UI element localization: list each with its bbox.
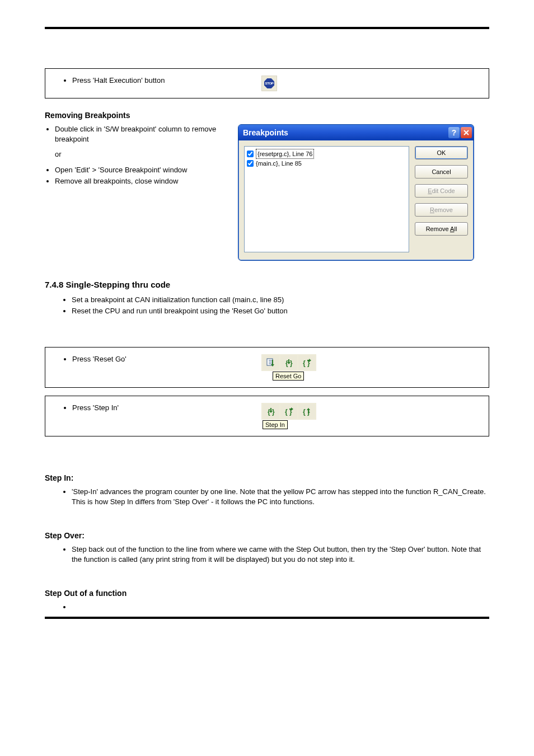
step-in-tooltip: Step In	[263, 420, 288, 429]
step-over-toolbar-button[interactable]: { }	[280, 403, 298, 419]
step-out-icon: { }	[302, 406, 312, 416]
breakpoints-list[interactable]: {resetprg.c}, Line 76 {main.c}, Line 85	[244, 146, 409, 252]
dialog-titlebar: Breakpoints ?	[238, 125, 474, 140]
step-over-heading: Step Over:	[45, 531, 489, 540]
breakpoint-item[interactable]: {resetprg.c}, Line 76	[247, 149, 406, 159]
remove-button[interactable]: Remove	[415, 203, 468, 217]
section-7-4-8-title: 7.4.8 Single-Stepping thru code	[45, 280, 489, 289]
step-in-heading: Step In:	[45, 473, 489, 482]
step-out-heading: Step Out of a function	[45, 589, 489, 598]
toolbar-strip: { } { } { }	[261, 403, 316, 420]
close-button[interactable]	[461, 127, 472, 138]
breakpoint-item-label: {resetprg.c}, Line 76	[256, 149, 314, 159]
breakpoint-item[interactable]: {main.c}, Line 85	[247, 159, 406, 168]
step-in-item: Press 'Step In'	[72, 403, 252, 413]
reset-go-item: Press 'Reset Go'	[72, 354, 252, 364]
step-in-toolbar-button[interactable]: { }	[262, 403, 280, 419]
step-in-toolbar-button[interactable]: { }	[280, 355, 298, 370]
reset-go-tooltip: Reset Go	[273, 372, 304, 381]
reset-go-row: Press 'Reset Go' { }	[45, 347, 489, 388]
step-in-icon: { }	[266, 406, 276, 416]
dialog-title: Breakpoints	[243, 128, 288, 137]
toolbar-strip: { } { }	[261, 354, 316, 371]
step-intro-b: Reset the CPU and run until breakpoint u…	[72, 306, 489, 316]
remove-bp-bullet-3: Remove all breakpoints, close window	[55, 176, 238, 186]
stop-icon: STOP	[264, 78, 274, 88]
remove-bp-bullet-1: Double click in 'S/W breakpoint' column …	[55, 124, 238, 144]
breakpoint-checkbox[interactable]	[247, 151, 254, 157]
remove-all-button[interactable]: Remove All	[415, 222, 468, 236]
step-in-body: 'Step-In' advances the program counter b…	[72, 487, 489, 506]
step-in-icon: { }	[284, 358, 294, 368]
remove-bp-bullet-2: Open 'Edit' > 'Source Breakpoint' window	[55, 165, 238, 175]
cancel-button[interactable]: Cancel	[415, 165, 468, 179]
step-out-toolbar-button[interactable]: { }	[298, 403, 316, 419]
step-over-icon: { }	[302, 358, 312, 368]
help-button[interactable]: ?	[448, 127, 460, 138]
breakpoints-dialog: Breakpoints ?	[238, 124, 474, 261]
step-over-toolbar-button[interactable]: { }	[298, 355, 316, 370]
step-over-body: Step back out of the function to the lin…	[72, 544, 489, 564]
remove-bp-or: or	[55, 149, 238, 159]
step-in-row: Press 'Step In' { } { }	[45, 396, 489, 436]
breakpoint-checkbox[interactable]	[247, 160, 254, 167]
step-intro-a: Set a breakpoint at CAN initialization f…	[72, 295, 489, 305]
step-out-body	[72, 602, 489, 612]
close-icon	[463, 130, 469, 135]
halt-item: Press 'Halt Execution' button	[72, 76, 252, 86]
halt-execution-button[interactable]: STOP	[261, 76, 277, 91]
remove-breakpoints-heading: Removing Breakpoints	[45, 111, 489, 120]
step-over-icon: { }	[284, 406, 294, 416]
breakpoint-item-label: {main.c}, Line 85	[256, 159, 302, 168]
halt-row: Press 'Halt Execution' button STOP	[45, 68, 489, 98]
ok-button[interactable]: OK	[415, 146, 468, 159]
reset-go-icon	[266, 358, 276, 368]
edit-code-button[interactable]: Edit Code	[415, 184, 468, 198]
reset-go-toolbar-button[interactable]	[262, 355, 280, 370]
